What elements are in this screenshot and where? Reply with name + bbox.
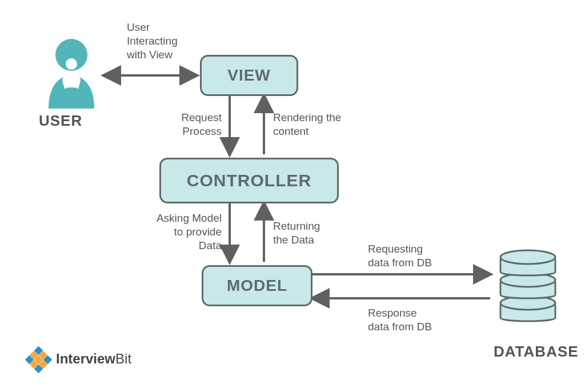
database-icon xyxy=(497,241,559,327)
label-user-view: User Interacting with View xyxy=(127,21,178,61)
database-label: DATABASE xyxy=(494,343,579,361)
user-icon xyxy=(43,34,94,103)
label-model-db: Requesting data from DB xyxy=(368,242,432,270)
svg-point-1 xyxy=(66,58,77,70)
label-model-controller: Returning the Data xyxy=(273,219,320,247)
label-controller-model: Asking Model to provide Data xyxy=(145,211,222,252)
brand-mark-icon xyxy=(27,347,50,370)
view-box: VIEW xyxy=(200,55,298,96)
brand-name: InterviewBit xyxy=(56,351,131,367)
svg-point-4 xyxy=(500,250,555,264)
label-view-controller: Request Process xyxy=(160,111,222,138)
user-label: USER xyxy=(39,112,82,130)
model-box: MODEL xyxy=(202,265,312,306)
label-controller-view: Rendering the content xyxy=(273,111,341,138)
label-db-model: Response data from DB xyxy=(368,306,432,334)
diagram-canvas: USER DATABASE VIEW CONTROLLER MODEL User… xyxy=(0,0,585,392)
controller-box: CONTROLLER xyxy=(159,158,339,203)
brand-logo: InterviewBit xyxy=(27,347,131,370)
